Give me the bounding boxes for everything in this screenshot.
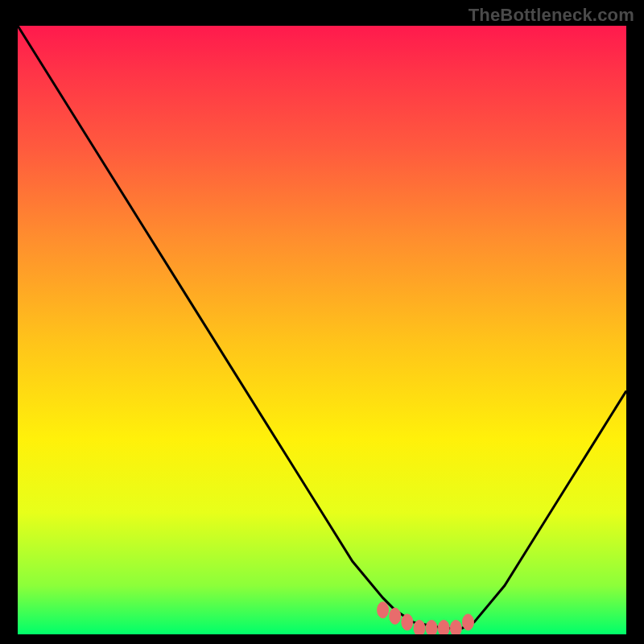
marker-dot [414, 620, 425, 634]
curve-overlay [18, 26, 626, 634]
marker-dot [462, 614, 473, 630]
marker-dot [390, 608, 401, 624]
marker-dot [438, 620, 449, 634]
marker-dot [378, 602, 389, 618]
attribution-label: TheBottleneck.com [469, 5, 634, 26]
marker-dot [402, 614, 413, 630]
marker-dot [450, 620, 461, 634]
bottleneck-curve [18, 26, 626, 628]
chart-container: TheBottleneck.com [0, 0, 644, 644]
plot-area [18, 26, 626, 634]
marker-dot [426, 620, 437, 634]
